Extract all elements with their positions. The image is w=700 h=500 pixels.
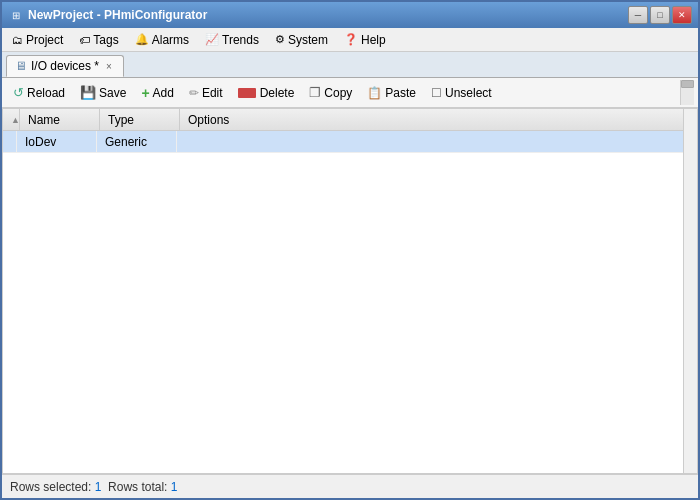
menu-help[interactable]: ❓ Help <box>336 29 394 51</box>
tab-close-button[interactable]: × <box>103 60 115 72</box>
rows-selected-label: Rows selected: <box>10 480 91 494</box>
reload-button[interactable]: ↺ Reload <box>6 81 72 105</box>
save-icon: 💾 <box>80 85 96 100</box>
menu-alarms[interactable]: 🔔 Alarms <box>127 29 197 51</box>
tab-iodevices[interactable]: 🖥 I/O devices * × <box>6 55 124 77</box>
alarms-icon: 🔔 <box>135 33 149 46</box>
unselect-label: Unselect <box>445 86 492 100</box>
delete-button[interactable]: Delete <box>231 81 302 105</box>
menu-project[interactable]: 🗂 Project <box>4 29 71 51</box>
column-header-type[interactable]: Type <box>100 109 180 130</box>
app-icon: ⊞ <box>8 7 24 23</box>
maximize-button[interactable]: □ <box>650 6 670 24</box>
tab-iodevices-label: I/O devices * <box>31 59 99 73</box>
tags-icon: 🏷 <box>79 34 90 46</box>
rows-total-label: Rows total: <box>108 480 167 494</box>
paste-icon: 📋 <box>367 86 382 100</box>
rows-total-value: 1 <box>171 480 178 494</box>
edit-icon: ✏ <box>189 86 199 100</box>
system-icon: ⚙ <box>275 33 285 46</box>
reload-label: Reload <box>27 86 65 100</box>
delete-label: Delete <box>260 86 295 100</box>
menu-system[interactable]: ⚙ System <box>267 29 336 51</box>
menu-help-label: Help <box>361 33 386 47</box>
edit-label: Edit <box>202 86 223 100</box>
cell-options <box>177 131 697 152</box>
project-icon: 🗂 <box>12 34 23 46</box>
help-icon: ❓ <box>344 33 358 46</box>
add-icon: + <box>141 85 149 101</box>
unselect-icon: ☐ <box>431 86 442 100</box>
paste-label: Paste <box>385 86 416 100</box>
title-bar: ⊞ NewProject - PHmiConfigurator ─ □ ✕ <box>2 2 698 28</box>
paste-button[interactable]: 📋 Paste <box>360 81 423 105</box>
sort-arrow-icon: ▲ <box>11 115 20 125</box>
close-button[interactable]: ✕ <box>672 6 692 24</box>
tab-iodev-icon: 🖥 <box>15 59 27 73</box>
delete-icon <box>238 88 256 98</box>
cell-type: Generic <box>97 131 177 152</box>
copy-icon: ❐ <box>309 85 321 100</box>
menu-trends[interactable]: 📈 Trends <box>197 29 267 51</box>
menu-system-label: System <box>288 33 328 47</box>
menu-tags-label: Tags <box>93 33 118 47</box>
menu-bar: 🗂 Project 🏷 Tags 🔔 Alarms 📈 Trends ⚙ Sys… <box>2 28 698 52</box>
menu-tags[interactable]: 🏷 Tags <box>71 29 126 51</box>
copy-button[interactable]: ❐ Copy <box>302 81 359 105</box>
edit-button[interactable]: ✏ Edit <box>182 81 230 105</box>
menu-project-label: Project <box>26 33 63 47</box>
trends-icon: 📈 <box>205 33 219 46</box>
cell-name: IoDev <box>17 131 97 152</box>
column-header-name[interactable]: Name <box>20 109 100 130</box>
main-window: ⊞ NewProject - PHmiConfigurator ─ □ ✕ 🗂 … <box>0 0 700 500</box>
copy-label: Copy <box>324 86 352 100</box>
sort-indicator-cell: ▲ <box>3 109 20 130</box>
window-controls: ─ □ ✕ <box>628 6 692 24</box>
save-label: Save <box>99 86 126 100</box>
add-label: Add <box>153 86 174 100</box>
column-header-options[interactable]: Options <box>180 109 697 130</box>
toolbar-scrollbar <box>680 80 694 105</box>
add-button[interactable]: + Add <box>134 81 181 105</box>
menu-trends-label: Trends <box>222 33 259 47</box>
menu-alarms-label: Alarms <box>152 33 189 47</box>
save-button[interactable]: 💾 Save <box>73 81 133 105</box>
row-sort-cell <box>3 131 17 152</box>
table-container: ▲ Name Type Options IoDev Generic <box>2 108 698 474</box>
unselect-button[interactable]: ☐ Unselect <box>424 81 499 105</box>
toolbar: ↺ Reload 💾 Save + Add ✏ Edit Delete ❐ Co… <box>2 78 698 108</box>
status-bar: Rows selected: 1 Rows total: 1 <box>2 474 698 498</box>
minimize-button[interactable]: ─ <box>628 6 648 24</box>
table-body: IoDev Generic <box>3 131 697 473</box>
table-scrollbar[interactable] <box>683 109 697 473</box>
window-title: NewProject - PHmiConfigurator <box>28 8 628 22</box>
rows-selected-value: 1 <box>95 480 102 494</box>
table-row[interactable]: IoDev Generic <box>3 131 697 153</box>
tab-bar: 🖥 I/O devices * × <box>2 52 698 78</box>
table-header: ▲ Name Type Options <box>3 109 697 131</box>
reload-icon: ↺ <box>13 85 24 100</box>
